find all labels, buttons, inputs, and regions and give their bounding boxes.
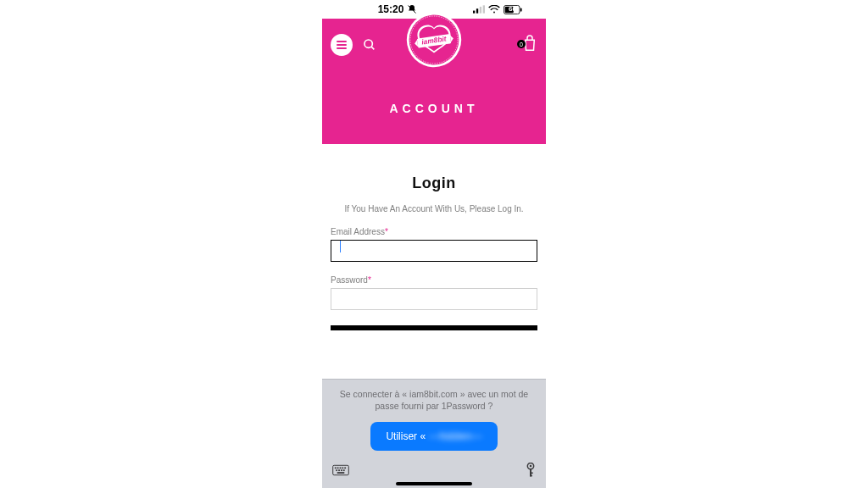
search-icon [363, 38, 376, 52]
svg-rect-19 [342, 467, 343, 469]
text-caret [340, 241, 341, 252]
status-time: 15:20 [378, 3, 404, 15]
brand-logo[interactable]: iam8bit [404, 10, 464, 69]
cart-count-badge: 0 [517, 40, 526, 48]
autofill-use-button[interactable]: Utiliser « —hidden— [370, 422, 498, 451]
password-input[interactable] [331, 288, 537, 310]
svg-rect-18 [340, 467, 342, 469]
svg-rect-21 [336, 469, 337, 471]
svg-rect-3 [480, 7, 481, 14]
svg-point-5 [493, 12, 495, 14]
svg-rect-20 [344, 467, 346, 469]
svg-rect-2 [476, 8, 478, 13]
password-manager-icon[interactable] [526, 463, 536, 481]
autofill-prompt: Se connecter à « iam8bit.com » avec un m… [329, 388, 539, 412]
cart-button[interactable]: 0 [522, 35, 537, 55]
svg-rect-4 [483, 5, 485, 13]
svg-rect-30 [530, 475, 532, 477]
cellular-signal-icon [473, 5, 485, 14]
login-heading: Login [331, 175, 537, 192]
email-input[interactable] [331, 240, 537, 262]
svg-point-9 [364, 40, 372, 47]
svg-rect-16 [335, 467, 337, 469]
battery-icon: 60 [504, 5, 522, 14]
keyboard-switch-icon[interactable] [332, 464, 349, 480]
login-subheading: If You Have An Account With Us, Please L… [331, 204, 537, 214]
phone-frame: 15:20 60 [322, 0, 546, 488]
svg-rect-29 [530, 472, 533, 474]
svg-line-10 [371, 47, 374, 49]
page-title: ACCOUNT [322, 102, 546, 115]
svg-rect-25 [337, 472, 345, 474]
svg-rect-24 [343, 469, 345, 471]
autofill-account-hidden: —hidden— [429, 430, 481, 442]
battery-percent: 60 [509, 5, 516, 13]
hamburger-icon [337, 41, 347, 49]
wifi-icon [488, 5, 500, 14]
svg-rect-1 [473, 11, 475, 14]
password-label: Password* [331, 275, 537, 285]
menu-button[interactable] [331, 34, 353, 56]
svg-point-27 [530, 465, 531, 467]
svg-rect-22 [338, 469, 340, 471]
home-indicator[interactable] [396, 482, 472, 485]
submit-button[interactable] [331, 325, 537, 330]
email-label: Email Address* [331, 227, 537, 236]
autofill-panel: Se connecter à « iam8bit.com » avec un m… [322, 379, 546, 488]
site-header: 0 iam8bit ACCOUNT [322, 19, 546, 144]
svg-rect-17 [337, 467, 339, 469]
svg-rect-23 [341, 469, 342, 471]
svg-rect-8 [520, 8, 522, 11]
search-button[interactable] [363, 38, 376, 52]
